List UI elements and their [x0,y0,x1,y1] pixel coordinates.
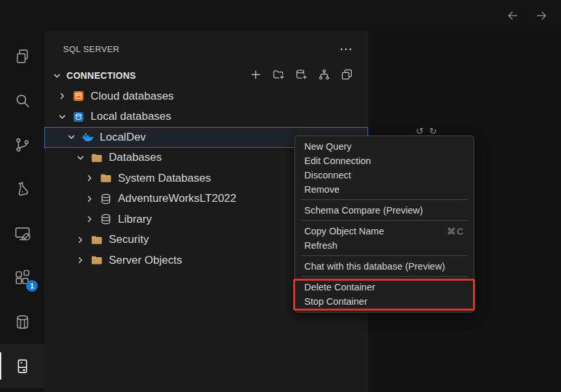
test-flask-icon [14,180,31,198]
activity-item-search[interactable] [0,78,44,122]
menu-separator [302,220,467,221]
menu-item-label: Delete Container [304,282,375,292]
extensions-badge: 1 [26,280,38,292]
tree-item-label: Cloud databases [91,90,174,103]
menu-item-label: Copy Object Name [304,226,384,236]
activity-item-remote-monitor[interactable] [0,211,44,255]
menu-item-chat-with-database[interactable]: Chat with this database (Preview) [295,259,474,273]
menu-item-label: Remove [304,184,339,195]
activity-item-extensions[interactable]: 1 [0,255,44,300]
menu-item-label: Chat with this database (Preview) [304,261,445,272]
menu-item-remove[interactable]: Remove [295,182,474,197]
menu-item-label: Edit Connection [304,156,371,166]
tree-item-label: System Databases [118,172,211,185]
row-inline-actions: ↺ ↻ [416,126,437,136]
more-actions-icon[interactable]: ⋯ [339,42,352,55]
chevron-down-icon[interactable] [57,112,70,122]
folder-plus-icon [272,68,285,83]
context-menu: New Query Edit Connection Disconnect Rem… [295,135,474,313]
tree-item-label: Security [109,233,149,246]
back-arrow-icon[interactable] [505,8,521,23]
folder-icon [100,172,112,184]
connect-hierarchy-button[interactable] [317,69,331,83]
tree-item-label: Server Objects [109,254,182,267]
activity-item-source-control[interactable] [0,122,44,167]
folder-icon [91,254,103,266]
menu-item-new-query[interactable]: New Query [295,139,474,154]
collapse-all-button[interactable] [340,69,354,83]
menu-item-label: Stop Container [304,296,367,307]
tree-item-label: Databases [109,151,162,164]
chevron-down-icon[interactable] [52,71,64,81]
sidebar-header: SQL SERVER ⋯ [44,31,368,66]
menu-separator [302,199,467,200]
menu-item-schema-compare[interactable]: Schema Compare (Preview) [295,203,474,217]
copy-pages-icon [14,48,31,65]
menu-item-label: Schema Compare (Preview) [304,205,423,216]
container-barrel-icon [14,313,31,331]
chevron-right-icon[interactable] [76,255,88,265]
chevron-down-icon[interactable] [66,132,79,142]
source-control-branch-icon [14,136,31,154]
server-plus-icon [295,68,308,83]
forward-arrow-icon[interactable] [534,8,549,23]
menu-item-edit-connection[interactable]: Edit Connection [295,154,474,168]
undo-arrow-icon[interactable]: ↺ [416,126,424,136]
chevron-right-icon[interactable] [85,214,97,224]
tree-item-label: LocalDev [100,131,146,144]
menu-separator [302,276,467,277]
new-deployment-button[interactable] [295,69,308,83]
search-icon [14,92,31,109]
plus-icon [250,68,262,83]
chevron-right-icon[interactable] [76,235,88,245]
hierarchy-icon [318,68,330,83]
tree-item-label: AdventureWorksLT2022 [118,192,237,205]
connections-section-header[interactable]: CONNECTIONS [44,68,368,83]
activity-item-containers[interactable] [0,300,44,344]
database-icon [100,193,112,205]
cloud-databases-icon [72,90,85,102]
folder-icon [91,234,103,246]
chevron-right-icon[interactable] [85,173,97,183]
menu-item-disconnect[interactable]: Disconnect [295,168,474,182]
tree-item-cloud-databases[interactable]: Cloud databases [44,86,368,107]
connections-toolbar [249,69,354,83]
tree-item-local-databases[interactable]: Local databases [44,107,368,128]
menu-separator [302,255,467,256]
chevron-right-icon[interactable] [57,91,70,101]
activity-item-test-flask[interactable] [0,167,44,211]
chevron-down-icon[interactable] [76,153,88,163]
activity-item-copy-pages[interactable] [0,34,44,78]
tree-item-label: Library [118,213,152,226]
keybinding-label: ⌘C [447,226,465,236]
overlapping-squares-icon [341,68,353,83]
activity-item-sql-server[interactable] [0,344,44,388]
activity-bar: 1 [0,31,44,392]
tree-item-label: Local databases [91,110,171,123]
add-connection-button[interactable] [249,69,263,83]
monitor-disconnect-icon [14,225,31,242]
folder-icon [91,152,103,164]
menu-item-label: Refresh [304,240,338,251]
connections-section-label: CONNECTIONS [66,70,136,81]
menu-item-refresh[interactable]: Refresh [295,238,474,253]
menu-item-delete-container[interactable]: Delete Container [295,280,474,294]
docker-whale-icon [81,131,94,143]
database-icon [100,213,112,225]
chevron-right-icon[interactable] [85,194,97,204]
local-databases-icon [72,111,85,123]
new-server-group-button[interactable] [272,69,285,83]
redo-arrow-icon[interactable]: ↻ [429,126,437,136]
menu-item-stop-container[interactable]: Stop Container [295,294,474,309]
titlebar [0,0,561,31]
sql-server-icon [14,357,31,375]
menu-item-label: New Query [304,141,352,152]
vscode-window: 1 SQL SERVER ⋯ CONNECTIONS [0,0,561,392]
history-nav [505,0,549,31]
menu-item-label: Disconnect [304,170,351,180]
menu-item-copy-object-name[interactable]: Copy Object Name ⌘C [295,224,474,238]
sidebar-title: SQL SERVER [63,44,119,54]
